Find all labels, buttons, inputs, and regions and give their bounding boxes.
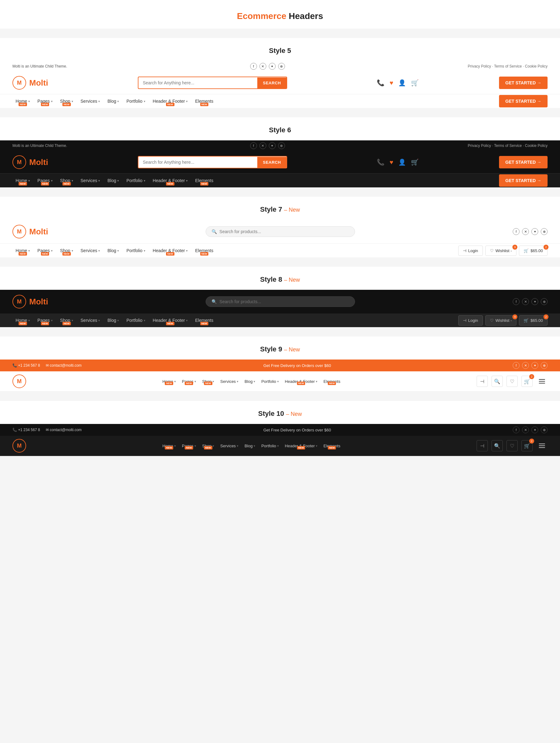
style7-nav-services[interactable]: Services ▾ xyxy=(78,244,103,257)
style10-dribbble-icon[interactable]: ⊕ xyxy=(541,427,548,433)
style6-nav-home[interactable]: Home ▾NEW xyxy=(12,174,33,187)
style10-search-icon[interactable]: 🔍 xyxy=(492,440,503,451)
style6-search-input[interactable] xyxy=(138,157,257,168)
style7-wishlist-button[interactable]: ♡ Wishlist -9 xyxy=(485,246,517,256)
style7-dribbble-icon[interactable]: ⊕ xyxy=(541,228,548,235)
style7-cart-button[interactable]: 🛒 $65.002 xyxy=(519,246,548,256)
style5-nav-home[interactable]: Home ▾NEW xyxy=(12,94,33,108)
style9-nav-pages[interactable]: Pages ▾NEW xyxy=(180,376,198,387)
style9-nav-shop[interactable]: Shop ▾NEW xyxy=(200,376,217,387)
style6-get-started[interactable]: GET STARTED → xyxy=(499,156,548,168)
style8-search[interactable]: 🔍 xyxy=(206,296,355,307)
style10-login-icon[interactable]: ⊣ xyxy=(477,440,488,451)
style5-nav-services[interactable]: Services ▾ xyxy=(78,94,103,108)
style8-logo[interactable]: M Molti xyxy=(12,295,48,308)
style6-search-button[interactable]: SEARCH xyxy=(257,157,286,168)
style8-twitter-icon[interactable]: ✕ xyxy=(522,298,529,305)
style5-nav-blog[interactable]: Blog ▾ xyxy=(104,94,122,108)
style8-nav-home[interactable]: Home ▾NEW xyxy=(12,313,33,327)
style8-nav-portfolio[interactable]: Portfolio ▾ xyxy=(123,313,148,327)
style10-cart-icon[interactable]: 🛒2 xyxy=(521,440,532,451)
style5-dribbble-icon[interactable]: ⊕ xyxy=(278,63,285,70)
style5-nav-pages[interactable]: Pages ▾NEW xyxy=(34,94,56,108)
style10-nav-header-footer[interactable]: Header & Footer ▾NEW xyxy=(282,440,320,451)
style6-dribbble-icon[interactable]: ⊕ xyxy=(278,142,285,149)
style5-twitter-icon[interactable]: ✕ xyxy=(260,63,266,70)
style10-logo[interactable]: M xyxy=(12,439,26,452)
style6-nav-elements[interactable]: ElementsNEW xyxy=(192,174,216,187)
style9-login-icon[interactable]: ⊣ xyxy=(477,376,488,387)
style6-nav-shop[interactable]: Shop ▾NEW xyxy=(57,174,76,187)
style10-nav-blog[interactable]: Blog ▾ xyxy=(242,440,258,451)
style9-nav-portfolio[interactable]: Portfolio ▾ xyxy=(259,376,281,387)
style7-nav-blog[interactable]: Blog ▾ xyxy=(104,244,122,257)
style7-search-input[interactable] xyxy=(219,229,349,234)
style5-cart-icon[interactable]: 🛒 xyxy=(411,79,419,87)
style5-logo[interactable]: M Molti xyxy=(12,76,48,90)
style7-facebook-icon[interactable]: f xyxy=(513,228,520,235)
style5-nav-shop[interactable]: Shop ▾NEW xyxy=(57,94,76,108)
style6-nav-portfolio[interactable]: Portfolio ▾ xyxy=(123,174,148,187)
style6-search[interactable]: SEARCH xyxy=(138,156,287,168)
style7-nav-elements[interactable]: ElementsNEW xyxy=(192,244,216,257)
style5-nav-get-started[interactable]: GET STARTED → xyxy=(499,95,548,107)
style6-instagram-icon[interactable]: ✦ xyxy=(269,142,276,149)
style5-user-icon[interactable]: 👤 xyxy=(398,79,406,87)
style10-nav-shop[interactable]: Shop ▾NEW xyxy=(200,440,217,451)
style8-login-button[interactable]: ⊣ Login xyxy=(458,315,483,325)
style10-hamburger[interactable] xyxy=(536,441,548,450)
style6-nav-services[interactable]: Services ▾ xyxy=(78,174,103,187)
style6-logo[interactable]: M Molti xyxy=(12,155,48,169)
style10-nav-home[interactable]: Home ▾NEW xyxy=(160,440,178,451)
style6-nav-pages[interactable]: Pages ▾NEW xyxy=(34,174,56,187)
style10-nav-services[interactable]: Services ▾ xyxy=(218,440,241,451)
style9-cart-icon[interactable]: 🛒2 xyxy=(521,376,532,387)
style9-logo[interactable]: M xyxy=(12,375,26,388)
style9-nav-services[interactable]: Services ▾ xyxy=(218,376,241,387)
style8-nav-services[interactable]: Services ▾ xyxy=(78,313,103,327)
style10-heart-icon[interactable]: ♡ xyxy=(507,440,518,451)
style6-phone-icon[interactable]: 📞 xyxy=(377,159,384,166)
style8-nav-blog[interactable]: Blog ▾ xyxy=(104,313,122,327)
style8-search-input[interactable] xyxy=(219,299,349,304)
style6-user-icon[interactable]: 👤 xyxy=(398,159,406,166)
style9-heart-icon[interactable]: ♡ xyxy=(507,376,518,387)
style9-search-icon[interactable]: 🔍 xyxy=(492,376,503,387)
style5-facebook-icon[interactable]: f xyxy=(250,63,257,70)
style8-nav-elements[interactable]: ElementsNEW xyxy=(192,313,216,327)
style7-nav-header-footer[interactable]: Header & Footer ▾NEW xyxy=(150,244,191,257)
style7-twitter-icon[interactable]: ✕ xyxy=(522,228,529,235)
style5-search[interactable]: SEARCH xyxy=(138,77,287,89)
style6-heart-icon[interactable]: ♥ xyxy=(389,159,393,166)
style10-nav-elements[interactable]: ElementsNEW xyxy=(321,440,343,451)
style6-twitter-icon[interactable]: ✕ xyxy=(260,142,266,149)
style6-nav-blog[interactable]: Blog ▾ xyxy=(104,174,122,187)
style9-nav-header-footer[interactable]: Header & Footer ▾NEW xyxy=(282,376,320,387)
style6-facebook-icon[interactable]: f xyxy=(250,142,257,149)
style7-nav-home[interactable]: Home ▾NEW xyxy=(12,244,33,257)
style7-nav-portfolio[interactable]: Portfolio ▾ xyxy=(123,244,148,257)
style8-cart-button[interactable]: 🛒 $65.002 xyxy=(519,315,548,325)
style5-search-input[interactable] xyxy=(138,77,257,88)
style5-instagram-icon[interactable]: ✦ xyxy=(269,63,276,70)
style5-search-button[interactable]: SEARCH xyxy=(257,78,286,88)
style7-search[interactable]: 🔍 xyxy=(206,226,355,237)
style7-logo[interactable]: M Molti xyxy=(12,225,48,238)
style9-nav-blog[interactable]: Blog ▾ xyxy=(242,376,258,387)
style10-nav-portfolio[interactable]: Portfolio ▾ xyxy=(259,440,281,451)
style9-facebook-icon[interactable]: f xyxy=(513,362,520,369)
style5-nav-portfolio[interactable]: Portfolio ▾ xyxy=(123,94,148,108)
style8-wishlist-button[interactable]: ♡ Wishlist -9 xyxy=(485,315,517,325)
style8-instagram-icon[interactable]: ✦ xyxy=(531,298,538,305)
style8-dribbble-icon[interactable]: ⊕ xyxy=(541,298,548,305)
style10-facebook-icon[interactable]: f xyxy=(513,427,520,433)
style5-phone-icon[interactable]: 📞 xyxy=(377,79,384,87)
style7-nav-shop[interactable]: Shop ▾NEW xyxy=(57,244,76,257)
style6-nav-header-footer[interactable]: Header & Footer ▾NEW xyxy=(150,174,191,187)
style10-nav-pages[interactable]: Pages ▾NEW xyxy=(180,440,198,451)
style7-instagram-icon[interactable]: ✦ xyxy=(531,228,538,235)
style5-nav-elements[interactable]: ElementsNEW xyxy=(192,94,216,108)
style9-instagram-icon[interactable]: ✦ xyxy=(531,362,538,369)
style8-nav-shop[interactable]: Shop ▾NEW xyxy=(57,313,76,327)
style9-dribbble-icon[interactable]: ⊕ xyxy=(541,362,548,369)
